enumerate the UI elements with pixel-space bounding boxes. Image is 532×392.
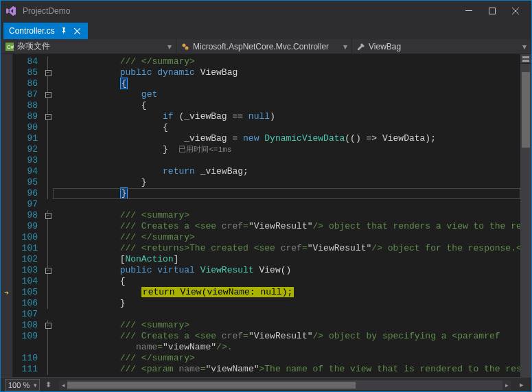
zoom-dropdown[interactable]: 100 % <box>5 379 40 391</box>
outlining-margin[interactable]: −−−−−− <box>43 54 53 377</box>
split-editor-icon[interactable] <box>520 54 531 64</box>
collapse-toggle-icon[interactable]: − <box>45 323 51 329</box>
class-icon <box>181 42 190 51</box>
close-button[interactable] <box>504 2 527 20</box>
line-number: 92 <box>13 144 38 155</box>
code-line[interactable]: name="viewName"/>. <box>56 342 520 353</box>
line-number: 101 <box>13 243 38 254</box>
nav-class-dropdown[interactable]: Microsoft.AspNetCore.Mvc.Controller ▾ <box>176 39 352 54</box>
horizontal-scrollbar[interactable]: ◂ ▸ <box>59 380 511 390</box>
minimize-button[interactable] <box>457 2 481 20</box>
scroll-right-arrow[interactable]: ▸ <box>502 380 511 390</box>
maximize-button[interactable] <box>481 2 504 20</box>
codelens-hint[interactable]: 已用时间<=1ms <box>178 146 231 154</box>
code-line[interactable]: public virtual ViewResult View() <box>56 265 520 276</box>
code-editor[interactable]: ➔ 84858687888990919293949596979899100101… <box>1 54 531 377</box>
code-line[interactable]: [NonAction] <box>56 254 520 265</box>
code-line[interactable]: /// </summary> <box>56 353 520 364</box>
line-number: 100 <box>13 232 38 243</box>
code-content[interactable]: /// </summary> public dynamic ViewBag { … <box>53 54 520 377</box>
pin-icon[interactable] <box>59 26 69 36</box>
svg-rect-1 <box>489 8 496 14</box>
scroll-left-arrow[interactable]: ◂ <box>59 380 67 390</box>
glyph-margin: ➔ <box>1 54 13 377</box>
nav-forward-icon[interactable]: ▸ <box>516 380 527 391</box>
nav-scope-dropdown[interactable]: C# 杂项文件 ▾ <box>1 39 176 54</box>
property-icon <box>356 42 366 51</box>
line-number: 88 <box>13 100 38 111</box>
csharp-icon: C# <box>5 42 14 51</box>
collapse-toggle-icon[interactable]: − <box>45 268 51 274</box>
line-number: 102 <box>13 254 38 265</box>
svg-rect-7 <box>522 60 529 62</box>
line-number: 87 <box>13 89 38 100</box>
svg-rect-0 <box>465 10 472 11</box>
collapse-toggle-icon[interactable]: − <box>45 114 51 120</box>
line-number: 98 <box>13 210 38 221</box>
code-line[interactable]: } <box>56 298 520 309</box>
collapse-toggle-icon[interactable]: − <box>45 92 51 98</box>
code-line[interactable] <box>56 155 520 166</box>
line-number: 106 <box>13 298 38 309</box>
line-number: 97 <box>13 199 38 210</box>
code-line[interactable]: public dynamic ViewBag <box>56 67 520 78</box>
scrollbar-thumb[interactable] <box>67 382 356 389</box>
chevron-down-icon: ▾ <box>343 42 347 51</box>
nav-member-dropdown[interactable]: ViewBag ▾ <box>352 39 531 54</box>
line-number <box>13 342 38 353</box>
code-line[interactable]: { <box>56 78 520 89</box>
line-number: 111 <box>13 364 38 375</box>
code-line[interactable]: /// <param name="viewName">The name of t… <box>56 364 520 375</box>
line-number-gutter: 8485868788899091929394959697989910010110… <box>13 54 43 377</box>
code-line[interactable]: /// </summary> <box>56 56 520 67</box>
code-line[interactable]: { <box>56 122 520 133</box>
nav-scope-label: 杂项文件 <box>17 41 50 52</box>
code-line[interactable]: /// <returns>The created <see cref="View… <box>56 243 520 254</box>
window-title: ProjectDemo <box>23 6 70 16</box>
code-line[interactable]: /// Creates a <see cref="ViewResult"/> o… <box>56 221 520 232</box>
line-number: 90 <box>13 122 38 133</box>
line-number: 93 <box>13 155 38 166</box>
code-line[interactable]: return View(viewName: null); <box>56 287 520 298</box>
scrollbar-thumb[interactable] <box>522 72 530 148</box>
code-line[interactable]: { <box>56 100 520 111</box>
code-line[interactable]: get <box>56 89 520 100</box>
line-number: 105 <box>13 287 38 298</box>
code-line[interactable]: /// Creates a <see cref="ViewResult"/> o… <box>56 331 520 342</box>
code-line[interactable] <box>56 309 520 320</box>
code-line[interactable]: /// <summary> <box>56 320 520 331</box>
line-number: 104 <box>13 276 38 287</box>
chevron-down-icon: ▾ <box>167 42 172 51</box>
svg-rect-6 <box>522 56 529 58</box>
code-line[interactable]: if (_viewBag == null) <box>56 111 520 122</box>
nav-back-icon[interactable]: ⬍ <box>43 380 54 391</box>
tab-label: Controller.cs <box>9 26 55 36</box>
tab-controller-cs[interactable]: Controller.cs <box>3 23 88 39</box>
code-line[interactable]: /// </summary> <box>56 232 520 243</box>
chevron-down-icon: ▾ <box>522 42 527 51</box>
nav-member-label: ViewBag <box>369 42 401 51</box>
collapse-toggle-icon[interactable]: − <box>45 213 51 219</box>
line-number: 110 <box>13 353 38 364</box>
nav-class-label: Microsoft.AspNetCore.Mvc.Controller <box>193 42 329 51</box>
line-number: 84 <box>13 56 38 67</box>
line-number: 89 <box>13 111 38 122</box>
code-line[interactable]: } <box>56 177 520 188</box>
title-bar: ProjectDemo <box>1 1 531 21</box>
line-number: 94 <box>13 166 38 177</box>
line-number: 103 <box>13 265 38 276</box>
code-line[interactable]: } 已用时间<=1ms <box>56 144 520 155</box>
status-bar: 100 % ⬍ ◂ ▸ ▸ <box>1 377 531 392</box>
collapse-toggle-icon[interactable]: − <box>45 70 51 76</box>
code-line[interactable]: } <box>56 188 520 199</box>
code-line[interactable]: _viewBag = new DynamicViewData(() => Vie… <box>56 133 520 144</box>
line-number: 99 <box>13 221 38 232</box>
line-number: 95 <box>13 177 38 188</box>
code-line[interactable]: return _viewBag; <box>56 166 520 177</box>
code-line[interactable]: /// <summary> <box>56 210 520 221</box>
close-icon[interactable] <box>73 26 82 36</box>
line-number: 96 <box>13 188 38 199</box>
code-line[interactable] <box>56 199 520 210</box>
code-line[interactable]: { <box>56 276 520 287</box>
vertical-scrollbar[interactable] <box>520 54 531 377</box>
